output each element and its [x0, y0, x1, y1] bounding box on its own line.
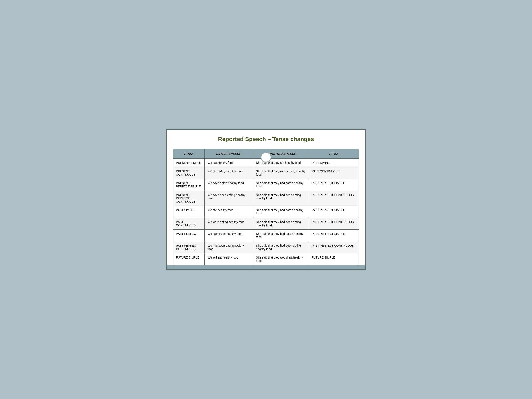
cell-tense-left: PAST SIMPLE [173, 206, 205, 218]
cell-tense-left: PAST CONTINUOUS [173, 218, 205, 230]
table-row: PRESENT PERFECT SIMPLEWe have eaten heal… [173, 179, 359, 191]
cell-reported-speech: She said that they had been eating healt… [253, 191, 309, 206]
cell-tense-left: PRESENT CONTINUOUS [173, 167, 205, 179]
cell-direct-speech: We have been eating healthy food [205, 191, 253, 206]
cell-tense-right: PAST PERFECT SIMPLE [309, 230, 359, 241]
table-row: PRESENT PERFECT CONTINUOUSWe have been e… [173, 191, 359, 206]
cell-tense-left: PRESENT SIMPLE [173, 158, 205, 167]
cell-direct-speech: We have eaten healthy food [205, 179, 253, 191]
table-row: PAST CONTINUOUSWe were eating healthy fo… [173, 218, 359, 230]
slide-footer [167, 265, 365, 269]
cell-tense-right: PAST PERFECT SIMPLE [309, 206, 359, 218]
circle-decorator [261, 152, 271, 163]
cell-tense-right: PAST PERFECT CONTINUOUS [309, 218, 359, 230]
cell-tense-left: PRESENT PERFECT CONTINUOUS [173, 191, 205, 206]
cell-direct-speech: We were eating healthy food [205, 218, 253, 230]
cell-direct-speech: We are eating healthy food [205, 167, 253, 179]
header-tense-left: TENSE [173, 149, 205, 158]
header-direct-speech: DIRECT SPEECH [205, 149, 253, 158]
cell-tense-right: FUTURE SIMPLE [309, 253, 359, 265]
cell-tense-left: PRESENT PERFECT SIMPLE [173, 179, 205, 191]
header-tense-right: TENSE [309, 149, 359, 158]
cell-reported-speech: She said that they had eaten healthy foo… [253, 230, 309, 241]
cell-tense-right: PAST PERFECT SIMPLE [309, 179, 359, 191]
cell-reported-speech: She said that they had eaten healthy foo… [253, 179, 309, 191]
cell-reported-speech: She said that they would eat healthy foo… [253, 253, 309, 265]
cell-tense-right: PAST CONTINUOUS [309, 167, 359, 179]
cell-tense-right: PAST PERFECT CONTINUOUS [309, 241, 359, 253]
cell-tense-left: PAST PERFECT [173, 230, 205, 241]
table-row: PAST SIMPLEWe ate healthy foodShe said t… [173, 206, 359, 218]
table-row: PAST PERFECTWe had eaten healthy foodShe… [173, 230, 359, 241]
table-body: PRESENT SIMPLEWe eat healthy foodShe sai… [173, 158, 359, 265]
table-row: FUTURE SIMPLEWe will eat healthy foodShe… [173, 253, 359, 265]
cell-tense-left: PAST PERFECT CONTINUOUS [173, 241, 205, 253]
table-row: PAST PERFECT CONTINUOUSWe had been eatin… [173, 241, 359, 253]
cell-direct-speech: We will eat healthy food [205, 253, 253, 265]
cell-reported-speech: She said that they were eating healthy f… [253, 167, 309, 179]
table-row: PRESENT CONTINUOUSWe are eating healthy … [173, 167, 359, 179]
cell-tense-right: PAST SIMPLE [309, 158, 359, 167]
cell-tense-left: FUTURE SIMPLE [173, 253, 205, 265]
cell-direct-speech: We had eaten healthy food [205, 230, 253, 241]
cell-reported-speech: She said that they had been eating healt… [253, 241, 309, 253]
cell-reported-speech: She said that they had been eating healt… [253, 218, 309, 230]
slide: Reported Speech – Tense changes TENSE DI… [166, 129, 366, 270]
tense-table: TENSE DIRECT SPEECH REPORTED SPEECH TENS… [173, 149, 359, 265]
cell-tense-right: PAST PERFECT CONTINUOUS [309, 191, 359, 206]
cell-direct-speech: We eat healthy food [205, 158, 253, 167]
cell-direct-speech: We ate healthy food [205, 206, 253, 218]
cell-reported-speech: She said that they had eaten healthy foo… [253, 206, 309, 218]
cell-direct-speech: We had been eating healthy food [205, 241, 253, 253]
slide-title: Reported Speech – Tense changes [173, 136, 359, 143]
